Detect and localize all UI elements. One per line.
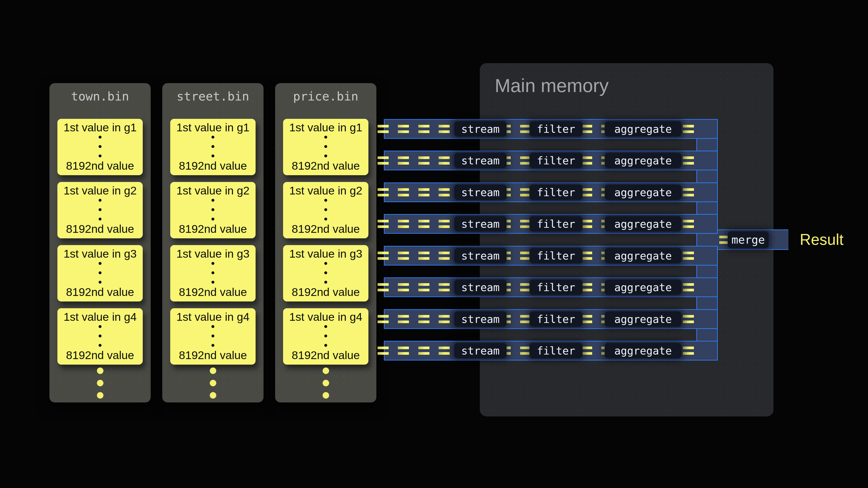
stage-chip-stream: stream [454,248,506,263]
block-first-value: 1st value in g1 [176,121,249,134]
equals-dash-icon [581,220,592,228]
block-first-value: 1st value in g3 [63,247,136,260]
block-last-value: 8192nd value [66,285,134,299]
vertical-ellipsis-icon [324,262,327,284]
more-groups-ellipsis-icon [50,367,151,399]
equals-dash-icon [418,125,429,133]
block-first-value: 1st value in g3 [176,247,249,260]
pipeline-row: streamfilteraggregate [384,246,718,266]
stage-chip-filter: filter [529,280,583,295]
vertical-ellipsis-icon [212,262,214,284]
equals-dash-icon [378,347,389,355]
stage-chip-aggregate: aggregate [605,311,681,327]
value-block: 1st value in g38192nd value [170,245,255,301]
stage-chip-filter: filter [529,343,583,358]
equals-dash-icon [378,156,389,165]
stage-chip-aggregate: aggregate [605,121,681,137]
value-block: 1st value in g18192nd value [57,119,143,175]
stage-chip-aggregate: aggregate [605,185,681,200]
stage-chip-aggregate: aggregate [605,153,681,168]
block-first-value: 1st value in g3 [289,247,362,260]
vertical-ellipsis-icon [212,325,214,347]
equals-dash-icon [398,188,409,196]
equals-dash-icon [683,156,694,165]
pipeline-row: streamfilteraggregate [384,278,718,297]
equals-dash-icon [398,347,409,355]
stage-chip-stream: stream [454,311,506,327]
stage-chip-stream: stream [454,121,506,137]
equals-dash-icon [418,347,429,355]
value-block: 1st value in g48192nd value [57,308,143,365]
file-name: town.bin [50,83,151,110]
main-memory-title: Main memory [495,75,609,97]
equals-dash-icon [439,315,450,323]
block-first-value: 1st value in g4 [63,310,136,323]
equals-dash-icon [378,315,389,323]
equals-dash-icon [398,125,409,133]
stage-chip-stream: stream [454,280,506,295]
file-card: street.bin1st value in g18192nd value1st… [162,83,264,402]
block-first-value: 1st value in g2 [63,184,136,197]
block-last-value: 8192nd value [292,349,360,362]
equals-dash-icon [398,156,409,165]
more-groups-ellipsis-icon [162,367,264,399]
equals-dash-icon [439,156,450,165]
equals-dash-icon [581,252,592,260]
equals-dash-icon [683,188,694,196]
equals-dash-icon [398,315,409,323]
value-block: 1st value in g18192nd value [170,119,255,175]
stage-chip-aggregate: aggregate [605,343,681,358]
equals-dash-icon [418,315,429,323]
equals-dash-icon [398,252,409,260]
value-block: 1st value in g28192nd value [57,182,143,238]
equals-dash-icon [581,156,592,165]
equals-dash-icon [378,252,389,260]
file-name: street.bin [162,83,264,110]
equals-dash-icon [378,220,389,228]
block-last-value: 8192nd value [66,222,134,235]
stage-chip-stream: stream [454,153,506,168]
equals-dash-icon [418,188,429,196]
result-label: Result [800,230,843,249]
diagram-stage: Main memory town.bin1st value in g18192n… [0,0,868,488]
equals-dash-icon [581,125,592,133]
equals-dash-icon [581,347,592,355]
stage-chip-filter: filter [529,185,583,200]
equals-dash-icon [439,188,450,196]
stage-chip-filter: filter [529,153,583,168]
vertical-ellipsis-icon [99,262,101,284]
equals-dash-icon [439,252,450,260]
value-block: 1st value in g28192nd value [283,182,368,238]
block-first-value: 1st value in g1 [63,121,136,134]
vertical-ellipsis-icon [99,136,101,157]
stage-chip-stream: stream [454,343,506,358]
equals-dash-icon [418,220,429,228]
merge-stage-chip: merge [728,231,769,248]
equals-dash-icon [683,220,694,228]
value-block: 1st value in g18192nd value [283,119,368,175]
pipeline-row: streamfilteraggregate [384,151,718,170]
pipeline-row: streamfilteraggregate [384,119,718,139]
equals-dash-icon [683,252,694,260]
equals-dash-icon [378,283,389,291]
vertical-ellipsis-icon [212,136,214,157]
stage-chip-aggregate: aggregate [605,248,681,263]
equals-dash-icon [439,125,450,133]
equals-dash-icon [581,283,592,291]
equals-dash-icon [418,283,429,291]
value-block: 1st value in g38192nd value [283,245,368,301]
equals-dash-icon [581,315,592,323]
stage-chip-aggregate: aggregate [605,216,681,232]
block-last-value: 8192nd value [179,222,247,235]
stage-chip-filter: filter [529,216,583,232]
block-last-value: 8192nd value [292,222,360,235]
pipeline-row: streamfilteraggregate [384,183,718,202]
block-last-value: 8192nd value [66,159,134,172]
block-last-value: 8192nd value [179,159,247,172]
value-block: 1st value in g38192nd value [57,245,143,301]
equals-dash-icon [683,125,694,133]
more-groups-ellipsis-icon [275,367,376,399]
equals-dash-icon [418,252,429,260]
vertical-ellipsis-icon [324,325,327,347]
block-last-value: 8192nd value [66,349,134,362]
